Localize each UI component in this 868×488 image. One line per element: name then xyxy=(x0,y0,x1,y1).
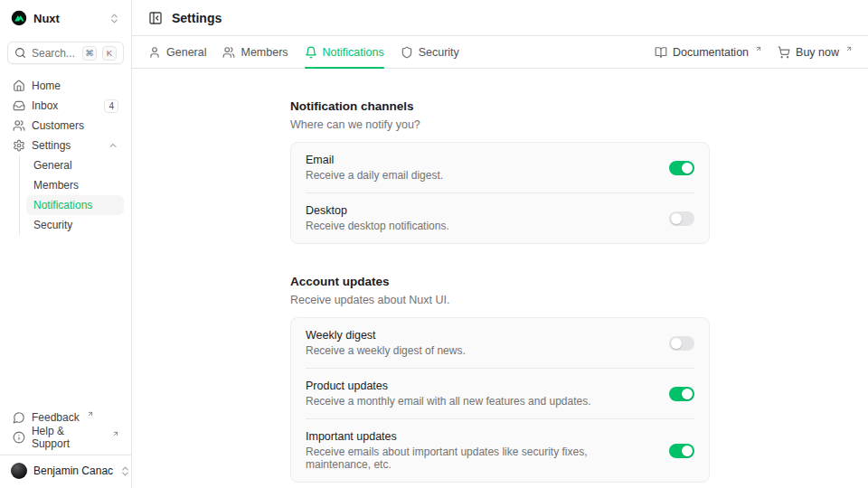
book-open-icon xyxy=(655,46,667,59)
buy-now-link[interactable]: Buy now xyxy=(778,46,852,59)
setting-row-weekly-digest: Weekly digest Receive a weekly digest of… xyxy=(306,318,694,368)
sidebar-item-label: Inbox xyxy=(32,99,98,112)
external-link-icon xyxy=(112,430,119,437)
settings-card: Weekly digest Receive a weekly digest of… xyxy=(290,317,710,483)
shopping-cart-icon xyxy=(778,46,790,59)
org-name: Nuxt xyxy=(33,12,102,25)
section-title: Notification channels xyxy=(290,99,710,113)
documentation-link[interactable]: Documentation xyxy=(655,46,761,59)
sidebar-footer-nav: Feedback Help & Support xyxy=(7,408,124,447)
setting-row-important-updates: Important updates Receive emails about i… xyxy=(306,418,694,482)
sidebar-item-members[interactable]: Members xyxy=(26,175,124,195)
settings-submenu: General Members Notifications Security xyxy=(19,155,124,235)
tabbar: General Members Notifications Security D… xyxy=(132,36,868,69)
external-link-icon xyxy=(755,45,762,52)
section-description: Where can we notify you? xyxy=(290,118,710,131)
home-icon xyxy=(13,80,25,92)
setting-description: Receive desktop notifications. xyxy=(306,220,449,232)
avatar xyxy=(11,463,27,479)
setting-row-email: Email Receive a daily email digest. xyxy=(306,143,694,192)
chevron-up-icon xyxy=(108,140,118,151)
setting-description: Receive emails about important updates l… xyxy=(306,446,655,471)
email-toggle[interactable] xyxy=(669,161,694,175)
sidebar-spacer xyxy=(7,235,124,396)
sidebar-item-label: Feedback xyxy=(32,411,80,424)
settings-content: Notification channels Where can we notif… xyxy=(132,69,868,488)
gear-icon xyxy=(13,139,25,152)
product-updates-toggle[interactable] xyxy=(669,387,694,401)
section-title: Account updates xyxy=(290,275,710,288)
tab-label: Notifications xyxy=(323,46,384,59)
user-menu[interactable]: Benjamin Canac xyxy=(7,455,124,481)
section-account-updates: Account updates Receive updates about Nu… xyxy=(290,275,710,483)
inbox-count-badge: 4 xyxy=(104,99,118,113)
external-link-icon xyxy=(87,410,94,418)
setting-label: Product updates xyxy=(306,380,591,392)
setting-description: Receive a weekly digest of news. xyxy=(306,344,466,357)
tab-label: General xyxy=(166,46,206,59)
setting-row-desktop: Desktop Receive desktop notifications. xyxy=(306,192,694,243)
nuxt-logo-icon xyxy=(11,10,27,26)
sidebar-item-label: Notifications xyxy=(33,199,92,211)
sidebar-item-label: Settings xyxy=(32,139,101,152)
sidebar-item-label: General xyxy=(33,159,72,172)
main-panel: Settings General Members Notifications S… xyxy=(132,0,868,488)
sidebar-item-home[interactable]: Home xyxy=(7,76,124,96)
chevrons-up-down-icon xyxy=(108,13,120,24)
sidebar-item-label: Help & Support xyxy=(32,425,105,450)
link-label: Documentation xyxy=(673,46,749,59)
org-switcher[interactable]: Nuxt xyxy=(7,7,124,29)
user-icon xyxy=(148,46,161,59)
page-title: Settings xyxy=(172,11,222,25)
setting-description: Receive a monthly email with all new fea… xyxy=(306,395,591,408)
setting-label: Email xyxy=(306,154,443,166)
sidebar-item-label: Customers xyxy=(32,119,118,132)
weekly-digest-toggle[interactable] xyxy=(669,336,694,351)
header-links: Documentation Buy now xyxy=(655,36,852,68)
kbd-k: K xyxy=(102,46,117,61)
chevrons-up-down-icon xyxy=(119,465,131,477)
info-circle-icon xyxy=(13,431,25,444)
setting-label: Important updates xyxy=(306,430,655,443)
desktop-toggle[interactable] xyxy=(669,211,694,226)
sidebar-item-notifications[interactable]: Notifications xyxy=(26,195,124,215)
setting-label: Desktop xyxy=(306,204,449,217)
tab-notifications[interactable]: Notifications xyxy=(305,36,384,68)
app-window: Nuxt Search... ⌘ K Home Inbox 4 xyxy=(0,0,868,488)
sidebar-nav: Home Inbox 4 Customers Settings General xyxy=(7,76,124,235)
sidebar-item-security[interactable]: Security xyxy=(26,215,124,235)
toggle-knob xyxy=(671,213,682,224)
sidebar: Nuxt Search... ⌘ K Home Inbox 4 xyxy=(0,0,132,488)
inbox-icon xyxy=(13,99,25,112)
tab-label: Members xyxy=(241,46,288,59)
setting-description: Receive a daily email digest. xyxy=(306,169,443,182)
tab-security[interactable]: Security xyxy=(401,36,459,68)
external-link-icon xyxy=(845,45,853,52)
page-header: Settings xyxy=(132,0,868,36)
user-name: Benjamin Canac xyxy=(33,465,113,477)
collapse-sidebar-icon[interactable] xyxy=(148,11,163,25)
settings-card: Email Receive a daily email digest. Desk… xyxy=(290,142,710,244)
search-input[interactable]: Search... ⌘ K xyxy=(7,42,124,64)
toggle-knob xyxy=(671,338,682,349)
sidebar-item-settings[interactable]: Settings xyxy=(7,136,124,155)
toggle-knob xyxy=(682,163,693,174)
tab-general[interactable]: General xyxy=(148,36,206,68)
sidebar-item-customers[interactable]: Customers xyxy=(7,116,124,136)
users-icon xyxy=(222,46,235,59)
sidebar-item-help-support[interactable]: Help & Support xyxy=(7,427,124,447)
sidebar-item-inbox[interactable]: Inbox 4 xyxy=(7,96,124,116)
section-notification-channels: Notification channels Where can we notif… xyxy=(290,99,710,244)
link-label: Buy now xyxy=(796,46,839,59)
tab-members[interactable]: Members xyxy=(222,36,288,68)
shield-icon xyxy=(401,46,413,59)
toggle-knob xyxy=(682,389,693,399)
important-updates-toggle[interactable] xyxy=(669,444,694,458)
sidebar-item-label: Home xyxy=(32,80,118,92)
sidebar-item-label: Security xyxy=(33,219,72,231)
toggle-knob xyxy=(682,446,693,456)
setting-label: Weekly digest xyxy=(306,329,466,342)
sidebar-item-general[interactable]: General xyxy=(26,155,124,175)
setting-row-product-updates: Product updates Receive a monthly email … xyxy=(306,368,694,418)
sidebar-item-label: Members xyxy=(33,179,79,192)
